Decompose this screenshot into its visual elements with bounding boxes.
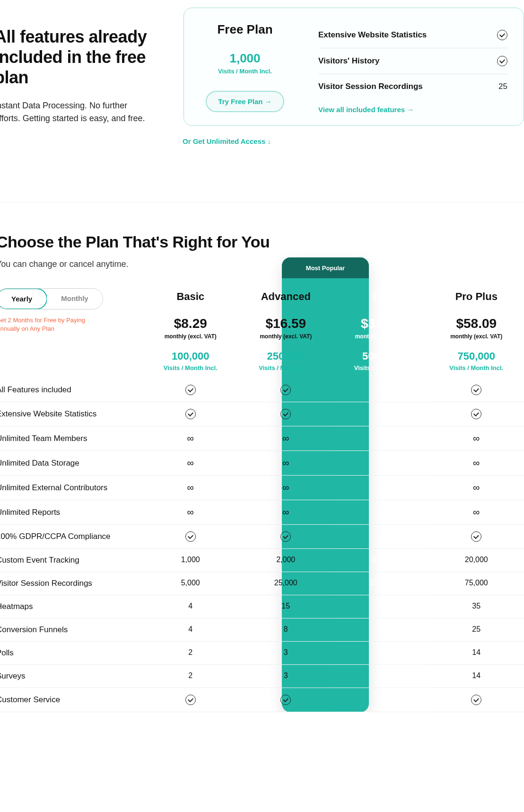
feature-cell: ∞ [143,476,238,500]
feature-cell [238,688,334,712]
feature-cell [333,402,429,426]
feature-cell: 75,000 [429,572,524,595]
plan-price-sub: monthly (excl. VAT) [429,333,524,340]
infinity-icon: ∞ [378,482,384,493]
feature-cell: ∞ [429,426,524,450]
feature-cell: ∞ [238,476,334,500]
feature-cell: ∞ [333,426,429,451]
free-feature-label: Extensive Website Statistics [318,30,427,40]
feature-cell [429,402,524,426]
plan-price-sub: monthly (excl. VAT) [238,333,334,340]
feature-cell [143,378,238,402]
feature-label: Unlimited External Contributors [0,476,143,500]
infinity-icon: ∞ [473,458,480,468]
hero-section: All features already included in the fre… [0,0,524,126]
feature-cell [143,402,238,426]
check-icon [280,695,291,705]
infinity-icon: ∞ [378,507,384,517]
free-plan-name: Free Plan [217,22,272,37]
free-feature-label: Visitor Session Recordings [318,82,423,91]
infinity-icon: ∞ [282,433,289,443]
feature-label: Heatmaps [0,595,143,618]
feature-label: Unlimited Data Storage [0,451,143,475]
feature-label: Extensive Website Statistics [0,402,143,426]
feature-cell: 25,000 [238,572,334,595]
check-icon [185,531,196,542]
check-icon [497,56,507,66]
free-plan-summary: Free Plan 1,000 Visits / Month Incl. Try… [200,22,290,114]
feature-cell: 1,000 [143,549,238,572]
feature-cell: ∞ [333,476,429,500]
feature-cell: 25 [333,595,429,618]
feature-label: Custom Event Tracking [0,549,143,572]
feature-label: Unlimited Team Members [0,426,143,450]
feature-row: Unlimited Data Storage∞∞∞∞ [0,451,524,476]
feature-label: All Features included [0,378,143,402]
infinity-icon: ∞ [187,507,194,517]
infinity-icon: ∞ [187,482,194,493]
feature-cell: ∞ [238,451,334,475]
feature-cell: ∞ [143,451,238,475]
feature-cell: ∞ [143,500,238,524]
plan-visits-label: Visits / Month Incl. [333,364,429,371]
feature-row: Visitor Session Recordings5,00025,00050,… [0,572,524,595]
plan-header-proplus: Pro Plus $58.09 monthly (excl. VAT) 750,… [429,257,524,378]
feature-cell: ∞ [333,451,429,476]
feature-row: Surveys23714 [0,665,524,688]
infinity-icon: ∞ [282,507,289,517]
feature-row: Custom Event Tracking1,0002,0004,00020,0… [0,549,524,572]
plan-header-spacer [0,257,143,378]
feature-cell: ∞ [429,451,524,475]
check-icon [185,409,196,419]
plan-visits-label: Visits / Month Incl. [238,364,334,371]
check-icon [185,385,196,395]
check-icon [497,30,507,40]
free-plan-visits-label: Visits / Month Incl. [218,68,272,75]
feature-label: Conversion Funnels [0,618,143,641]
feature-cell: 3 [238,665,334,688]
view-all-features-link[interactable]: View all included features → [318,106,414,114]
feature-cell: ∞ [238,426,334,450]
feature-cell: ∞ [429,476,524,500]
feature-cell: 35 [429,595,524,618]
feature-cell: 8 [238,618,334,641]
try-free-plan-button[interactable]: Try Free Plan → [206,91,284,112]
feature-cell [429,525,524,548]
feature-cell [333,525,429,549]
feature-row: Unlimited External Contributors∞∞∞∞ [0,476,524,500]
plan-visits-label: Visits / Month Incl. [143,364,238,371]
infinity-icon: ∞ [282,458,289,468]
plans-title: Choose the Plan That's Right for You [0,232,524,252]
free-plan-card: Free Plan 1,000 Visits / Month Incl. Try… [183,8,524,126]
feature-cell: 4 [143,595,238,618]
feature-cell [143,688,238,712]
feature-cell: 50,000 [333,572,429,595]
feature-cell: 20,000 [429,549,524,572]
unlimited-access-link[interactable]: Or Get Unlimited Access ↓ [183,137,524,145]
feature-label: Polls [0,642,143,664]
feature-cell [429,378,524,402]
check-icon [280,385,291,395]
plan-name: Pro [333,291,429,303]
infinity-icon: ∞ [378,458,384,468]
free-feature-value: 25 [498,82,507,91]
plan-price: $8.29 [143,316,238,331]
feature-cell [143,525,238,548]
check-icon [376,409,386,419]
free-plan-visits: 1,000 [229,51,260,66]
feature-cell: 15 [238,595,334,618]
feature-row: Conversion Funnels481625 [0,618,524,642]
feature-rows-container: All Features includedExtensive Website S… [0,378,524,712]
feature-cell: 3 [238,642,334,664]
check-icon [376,531,386,542]
free-feature-row: Visitors' History [318,48,507,74]
feature-cell: 7 [333,665,429,688]
infinity-icon: ∞ [473,433,480,443]
feature-cell: 7 [333,642,429,665]
infinity-icon: ∞ [187,458,194,468]
plan-visits: 750,000 [429,350,524,362]
feature-cell [333,688,429,712]
free-feature-row: Visitor Session Recordings 25 [318,74,507,99]
plan-name: Pro Plus [429,291,524,303]
feature-cell [429,688,524,712]
